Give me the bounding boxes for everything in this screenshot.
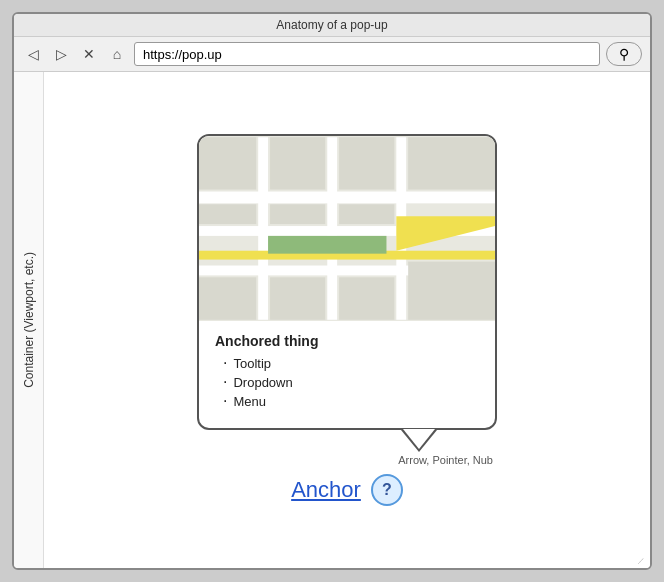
popup-box: Anchored thing Tooltip Dropdown Menu xyxy=(197,134,497,430)
search-button[interactable]: ⚲ xyxy=(606,42,642,66)
search-icon: ⚲ xyxy=(619,46,629,62)
title-bar: Anatomy of a pop-up xyxy=(14,14,650,37)
anchored-heading: Anchored thing xyxy=(215,333,479,349)
address-bar[interactable] xyxy=(134,42,600,66)
help-button[interactable]: ? xyxy=(371,474,403,506)
svg-rect-19 xyxy=(339,277,394,319)
main-content: Anchored thing Tooltip Dropdown Menu xyxy=(44,72,650,568)
back-button[interactable]: ◁ xyxy=(22,43,44,65)
list-item: Menu xyxy=(223,393,479,409)
popup-scene: Anchored thing Tooltip Dropdown Menu xyxy=(197,134,497,506)
map-svg xyxy=(199,136,495,321)
home-button[interactable]: ⌂ xyxy=(106,43,128,65)
svg-rect-11 xyxy=(270,137,325,189)
svg-rect-17 xyxy=(199,277,256,319)
arrow-label: Arrow, Pointer, Nub xyxy=(193,454,493,466)
close-button[interactable]: ✕ xyxy=(78,43,100,65)
anchor-link[interactable]: Anchor xyxy=(291,477,361,503)
anchor-row: Anchor ? xyxy=(291,474,403,506)
svg-rect-9 xyxy=(268,236,386,254)
list-item: Tooltip xyxy=(223,355,479,371)
browser-window: Anatomy of a pop-up ◁ ▷ ✕ ⌂ ⚲ Container … xyxy=(12,12,652,570)
toolbar: ◁ ▷ ✕ ⌂ ⚲ xyxy=(14,37,650,72)
svg-rect-1 xyxy=(199,192,495,204)
content-area: Container (Viewport, etc.) xyxy=(14,72,650,568)
side-label: Container (Viewport, etc.) xyxy=(14,72,44,568)
anchored-items-list: Tooltip Dropdown Menu xyxy=(215,355,479,409)
svg-rect-5 xyxy=(327,137,337,320)
svg-rect-4 xyxy=(258,137,268,320)
arrow-area: Arrow, Pointer, Nub xyxy=(197,430,497,466)
svg-rect-20 xyxy=(408,262,495,320)
svg-rect-15 xyxy=(270,204,325,224)
svg-rect-13 xyxy=(408,137,495,189)
svg-rect-14 xyxy=(199,204,256,224)
svg-rect-10 xyxy=(199,137,256,189)
svg-rect-12 xyxy=(339,137,394,189)
resize-handle[interactable]: ⟋ xyxy=(636,555,646,566)
forward-button[interactable]: ▷ xyxy=(50,43,72,65)
map-area xyxy=(199,136,495,321)
popup-content: Anchored thing Tooltip Dropdown Menu xyxy=(199,321,495,428)
svg-rect-18 xyxy=(270,277,325,319)
svg-rect-16 xyxy=(339,204,394,224)
window-title: Anatomy of a pop-up xyxy=(276,18,387,32)
list-item: Dropdown xyxy=(223,374,479,390)
arrow-pointer xyxy=(401,430,437,452)
